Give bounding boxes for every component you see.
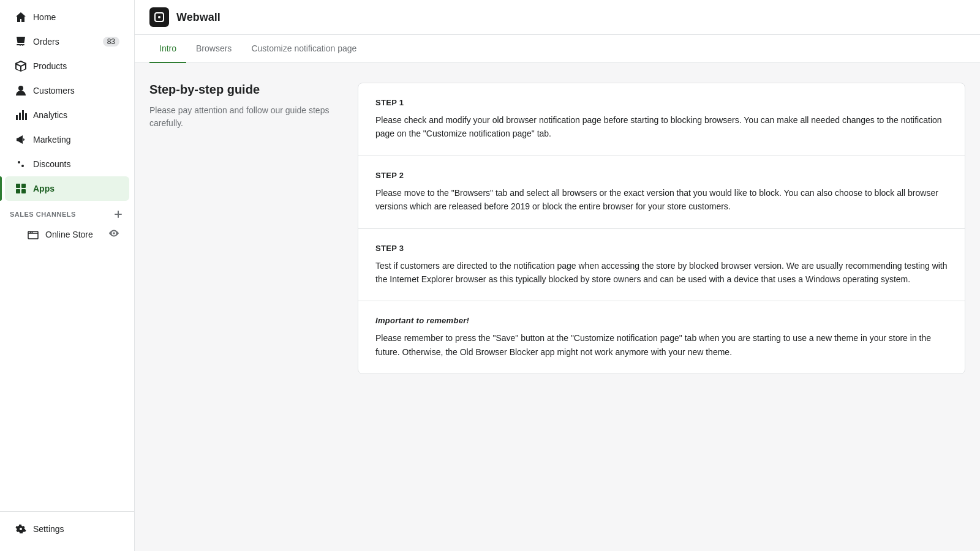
tabs-bar: Intro Browsers Customize notification pa… [135,35,980,63]
step-3-block: STEP 3 Test if customers are directed to… [358,229,965,302]
svg-point-15 [158,16,160,18]
svg-rect-2 [19,113,21,120]
sidebar-item-online-store[interactable]: Online Store [5,223,129,246]
right-panel: STEP 1 Please check and modify your old … [358,83,965,531]
app-logo [149,7,169,27]
tab-intro[interactable]: Intro [149,35,186,63]
svg-rect-1 [16,115,18,120]
discounts-icon [15,158,27,170]
home-icon [15,11,27,23]
marketing-icon [15,133,27,146]
step-1-text: Please check and modify your old browser… [375,113,948,141]
sidebar: Home Orders 83 Products Customers [0,0,135,551]
sidebar-nav: Home Orders 83 Products Customers [0,5,134,511]
page-content: Step-by-step guide Please pay attention … [135,63,980,551]
important-block: Important to remember! Please remember t… [358,301,965,373]
sidebar-item-orders[interactable]: Orders 83 [5,29,129,54]
sidebar-item-products[interactable]: Products [5,54,129,78]
online-store-label: Online Store [45,230,93,239]
step-3-label: STEP 3 [375,244,948,253]
sidebar-item-orders-label: Orders [33,37,59,47]
step-2-block: STEP 2 Please move to the "Browsers" tab… [358,156,965,229]
sidebar-item-discounts[interactable]: Discounts [5,152,129,176]
app-header: Webwall [135,0,980,35]
apps-icon [15,182,27,195]
svg-point-12 [30,231,31,233]
sidebar-item-analytics-label: Analytics [33,110,67,120]
step-1-block: STEP 1 Please check and modify your old … [358,83,965,156]
sidebar-item-customers[interactable]: Customers [5,78,129,103]
settings-label: Settings [33,524,64,534]
sidebar-item-settings[interactable]: Settings [5,517,129,541]
sidebar-item-marketing-label: Marketing [33,135,70,144]
app-title: Webwall [176,11,221,24]
tab-customize[interactable]: Customize notification page [241,35,366,63]
svg-rect-8 [21,184,26,188]
analytics-icon [15,109,27,121]
important-label: Important to remember! [375,316,948,325]
step-2-label: STEP 2 [375,171,948,180]
customers-icon [15,84,27,97]
guide-description: Please pay attention and follow our guid… [149,104,333,130]
orders-icon [15,36,27,48]
settings-icon [15,523,27,535]
sidebar-item-products-label: Products [33,61,67,71]
sidebar-item-discounts-label: Discounts [33,159,70,169]
orders-badge: 83 [103,37,119,47]
sidebar-item-marketing[interactable]: Marketing [5,127,129,152]
svg-rect-10 [21,189,26,193]
sidebar-item-home[interactable]: Home [5,5,129,29]
online-store-icon [27,228,39,241]
online-store-left: Online Store [27,228,93,241]
tab-browsers[interactable]: Browsers [186,35,241,63]
products-icon [15,60,27,72]
svg-point-6 [21,165,24,167]
sidebar-item-customers-label: Customers [33,86,75,96]
svg-point-13 [32,231,33,233]
steps-card: STEP 1 Please check and modify your old … [358,83,965,374]
online-store-eye-icon[interactable] [108,228,119,241]
left-panel: Step-by-step guide Please pay attention … [149,83,358,531]
add-sales-channel-button[interactable] [112,208,124,220]
step-1-label: STEP 1 [375,98,948,107]
important-text: Please remember to press the "Save" butt… [375,331,948,359]
sidebar-item-analytics[interactable]: Analytics [5,103,129,127]
svg-rect-3 [22,110,24,120]
svg-rect-9 [16,189,20,193]
svg-rect-11 [28,231,38,239]
svg-point-0 [18,86,23,91]
sidebar-item-home-label: Home [33,12,56,22]
svg-rect-7 [16,184,20,188]
sidebar-item-apps-label: Apps [33,184,55,193]
svg-point-5 [18,161,20,163]
sidebar-bottom: Settings [0,511,134,546]
sidebar-item-apps[interactable]: Apps [5,176,129,201]
step-3-text: Test if customers are directed to the no… [375,259,948,287]
step-2-text: Please move to the "Browsers" tab and se… [375,186,948,214]
guide-title: Step-by-step guide [149,83,333,97]
svg-rect-4 [25,113,27,120]
main-content: Webwall Intro Browsers Customize notific… [135,0,980,551]
sales-channels-label: SALES CHANNELS [0,201,134,223]
